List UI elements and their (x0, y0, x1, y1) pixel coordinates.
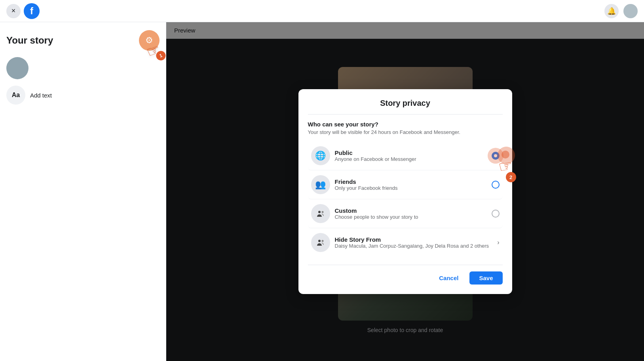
option-row-custom[interactable]: Custom Choose people to show your story … (308, 199, 503, 228)
custom-icon (311, 204, 330, 223)
sidebar: Your story ⚙ ☞ 1 Aa Add text (0, 22, 166, 361)
sidebar-title: Your story (6, 35, 53, 46)
option-title-public: Public (335, 149, 487, 156)
aa-button[interactable]: Aa (6, 86, 25, 105)
option-desc-public: Anyone on Facebook or Messenger (335, 156, 487, 162)
option-desc-friends: Only your Facebook friends (335, 185, 487, 191)
option-text-custom: Custom Choose people to show your story … (335, 207, 487, 220)
add-text-label: Add text (30, 92, 52, 99)
radio-friends[interactable] (492, 181, 500, 189)
close-icon: × (11, 7, 16, 15)
option-text-hide: Hide Story From Daisy Macula, Jam Corpuz… (335, 236, 493, 249)
radio-custom[interactable] (492, 210, 500, 218)
sidebar-header: Your story ⚙ ☞ 1 (6, 30, 160, 51)
modal-subtitle: Your story will be visible for 24 hours … (308, 129, 503, 135)
option-text-friends: Friends Only your Facebook friends (335, 178, 487, 191)
hide-story-row[interactable]: Hide Story From Daisy Macula, Jam Corpuz… (308, 228, 503, 257)
hide-story-desc: Daisy Macula, Jam Corpuz-Sangalang, Joy … (335, 243, 493, 249)
save-button[interactable]: Save (469, 271, 502, 285)
radio-public[interactable] (492, 152, 500, 160)
bell-icon: 🔔 (607, 7, 616, 15)
user-avatar-topbar[interactable] (623, 4, 638, 18)
option-text-public: Public Anyone on Facebook or Messenger (335, 149, 487, 162)
main-content: Your story ⚙ ☞ 1 Aa Add text Preview (0, 22, 644, 361)
option-title-friends: Friends (335, 178, 487, 185)
svg-point-3 (321, 240, 323, 242)
modal-title: Story privacy (308, 99, 503, 115)
cursor-badge-2: 2 (506, 172, 516, 182)
hide-story-icon (311, 233, 330, 252)
option-title-custom: Custom (335, 207, 487, 214)
cancel-button[interactable]: Cancel (433, 271, 465, 285)
right-area: Preview Select photo to crop and rotate … (166, 22, 644, 361)
gear-button[interactable]: ⚙ (139, 30, 160, 51)
option-desc-custom: Choose people to show your story to (335, 214, 487, 220)
add-text-row[interactable]: Aa Add text (6, 86, 160, 105)
modal-question: Who can see your story? (308, 121, 503, 128)
svg-point-0 (318, 211, 321, 213)
hide-story-title: Hide Story From (335, 236, 493, 243)
modal-overlay: Story privacy Who can see your story? Yo… (166, 22, 644, 361)
friends-icon: 👥 (311, 175, 330, 194)
option-row-friends[interactable]: 👥 Friends Only your Facebook friends (308, 170, 503, 199)
close-button[interactable]: × (6, 4, 21, 18)
top-bar: × f 🔔 (0, 0, 644, 22)
facebook-logo: f (24, 3, 40, 19)
top-bar-right: 🔔 (604, 4, 638, 18)
top-bar-left: × f (6, 3, 40, 19)
notification-button[interactable]: 🔔 (604, 4, 619, 18)
svg-point-2 (318, 240, 321, 242)
gear-btn-wrapper: ⚙ ☞ 1 (139, 30, 160, 51)
user-avatar-sidebar (6, 57, 28, 79)
story-privacy-modal: Story privacy Who can see your story? Yo… (298, 89, 512, 294)
modal-footer: Cancel Save (308, 265, 503, 285)
svg-point-1 (321, 211, 323, 213)
gear-icon: ⚙ (145, 35, 153, 46)
chevron-icon: › (497, 239, 499, 246)
option-row-public[interactable]: 🌐 Public Anyone on Facebook or Messenger (308, 141, 503, 170)
user-story-row (6, 57, 160, 79)
public-icon: 🌐 (311, 146, 330, 165)
